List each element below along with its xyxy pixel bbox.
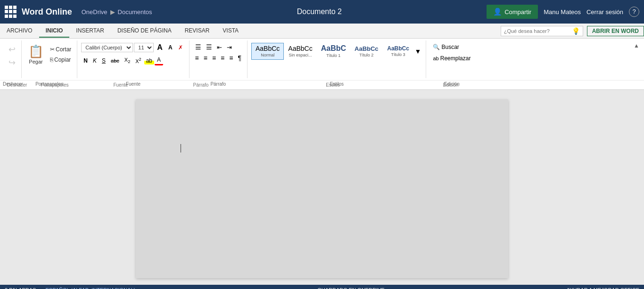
styles-expand-button[interactable]: ▼ (414, 47, 422, 56)
italic-button[interactable]: K (91, 56, 99, 65)
replace-button[interactable]: ab Reemplazar (430, 54, 473, 63)
style-h1-text: AaBbC (321, 45, 346, 52)
open-word-button[interactable]: ABRIR EN WORD (587, 26, 644, 36)
replace-label: Reemplazar (440, 55, 471, 62)
breadcrumb: OneDrive ▶ Documentos (82, 8, 152, 16)
topbar: Word Online OneDrive ▶ Documentos Docume… (0, 0, 644, 24)
menu-revisar[interactable]: REVISAR (178, 24, 216, 38)
replace-icon: ab (433, 56, 438, 61)
justify-button[interactable]: ≡ (219, 53, 226, 63)
share-button[interactable]: 👤 Compartir (487, 5, 538, 19)
menu-insertar[interactable]: INSERTAR (69, 24, 111, 38)
find-label: Buscar (441, 44, 459, 50)
clear-format-button[interactable]: ✗ (176, 43, 185, 52)
style-h1-label: Título 1 (326, 53, 340, 58)
help-button[interactable]: ? (629, 7, 639, 17)
decrease-indent-button[interactable]: ⇤ (215, 43, 224, 52)
styles-group-label: Estilos (248, 81, 426, 87)
font-color-button[interactable]: A (155, 56, 163, 65)
lightbulb-icon: 💡 (572, 27, 580, 35)
redo-button[interactable]: ↪ (6, 56, 18, 69)
font-shrink-button[interactable]: A (166, 43, 175, 52)
superscript-button[interactable]: X2 (133, 56, 143, 65)
menu-archivo[interactable]: ARCHIVO (0, 24, 39, 38)
style-normal-label: Normal (261, 53, 274, 57)
undo-button[interactable]: ↩ (6, 43, 18, 56)
breadcrumb-separator: ▶ (110, 8, 115, 16)
style-h3[interactable]: AaBbCc Título 3 (383, 43, 414, 59)
breadcrumb-folder[interactable]: Documentos (118, 8, 152, 16)
document-title: Documento 2 (152, 8, 487, 16)
document-area[interactable] (0, 90, 644, 285)
font-size-select[interactable]: 11 (134, 43, 154, 52)
subscript-button[interactable]: X2 (122, 56, 132, 65)
ribbon: ↩ ↪ Deshacer 📋 Pegar ✂ Cortar ⎘ (0, 39, 644, 90)
search-input[interactable] (504, 28, 570, 34)
cut-button[interactable]: ✂ Cortar (48, 45, 73, 54)
align-center-button[interactable]: ≡ (202, 53, 209, 63)
word-count: 0 PALABRAS (5, 287, 36, 289)
show-formatting-button[interactable]: ¶ (236, 53, 243, 63)
style-h2-label: Título 2 (359, 53, 373, 57)
style-h2[interactable]: AaBbCc Título 2 (350, 43, 383, 60)
copy-button[interactable]: ⎘ Copiar (48, 55, 73, 64)
menubar: ARCHIVO INICIO INSERTAR DISEÑO DE PÁGINA… (0, 24, 644, 39)
share-label: Compartir (504, 8, 531, 16)
clipboard-group: 📋 Pegar ✂ Cortar ⎘ Copiar Portapapeles (22, 40, 77, 78)
person-icon: 👤 (493, 8, 502, 16)
scissors-icon: ✂ (50, 46, 55, 53)
underline-button[interactable]: S (99, 56, 108, 65)
breadcrumb-root[interactable]: OneDrive (82, 8, 107, 16)
paragraph-group: ☰ ☰ ⇤ ⇥ ≡ ≡ ≡ ≡ ≡ ¶ Párrafo (190, 40, 248, 78)
menu-inicio[interactable]: INICIO (39, 24, 70, 38)
text-cursor (181, 144, 181, 153)
line-spacing-button[interactable]: ≡ (227, 53, 235, 63)
style-h3-label: Título 3 (391, 52, 405, 57)
clipboard-group-label: Portapapeles (22, 81, 77, 87)
paste-button[interactable]: 📋 Pegar (25, 42, 46, 66)
undo-group: ↩ ↪ Deshacer (3, 40, 22, 78)
editing-group: 🔍 Buscar ab Reemplazar Edición (426, 40, 477, 78)
app-title: Word Online (22, 7, 72, 17)
strikethrough-button[interactable]: abc (108, 57, 122, 64)
editing-group-label: Edición (426, 81, 477, 87)
style-normal[interactable]: AaBbCc Normal (251, 43, 284, 60)
topbar-right: 👤 Compartir Manu Mateos Cerrar sesión ? (487, 5, 639, 19)
font-grow-button[interactable]: A (155, 42, 165, 53)
paste-icon: 📋 (28, 44, 43, 59)
search-box[interactable]: 💡 (501, 26, 583, 36)
align-right-button[interactable]: ≡ (210, 53, 218, 63)
highlight-button[interactable]: ab (144, 57, 154, 64)
style-nospace[interactable]: AaBbCc Sin espaci... (284, 43, 316, 60)
style-normal-text: AaBbCc (256, 45, 280, 52)
save-status: GUARDADO EN ONEDRIVE (135, 287, 566, 289)
style-h1[interactable]: AaBbC Título 1 (317, 42, 350, 60)
improve-office-label[interactable]: AYUDAR A MEJORAR OFFICE (567, 287, 639, 289)
undo-redo-container: ↩ ↪ (6, 43, 18, 69)
signout-button[interactable]: Cerrar sesión (586, 8, 623, 16)
increase-indent-button[interactable]: ⇥ (225, 43, 234, 52)
search-icon: 🔍 (433, 44, 440, 50)
find-button[interactable]: 🔍 Buscar (430, 42, 473, 52)
style-nospace-text: AaBbCc (288, 45, 312, 52)
paste-label: Pegar (29, 59, 42, 64)
statusbar: 0 PALABRAS ESPAÑOL (ALFAB. INTERNACIONAL… (0, 285, 644, 289)
language-label[interactable]: ESPAÑOL (ALFAB. INTERNACIONAL) (45, 287, 135, 289)
bold-button[interactable]: N (81, 56, 90, 65)
menu-diseno[interactable]: DISEÑO DE PÁGINA (111, 24, 178, 38)
font-group-label: Fuente (77, 81, 189, 87)
font-family-select[interactable]: Calibri (Cuerpo) (81, 43, 133, 52)
document-page[interactable] (136, 99, 508, 278)
ribbon-collapse-button[interactable]: ▲ (634, 42, 639, 49)
paragraph-group-label: Párrafo (190, 81, 247, 87)
waffle-menu[interactable] (5, 6, 17, 18)
ribbon-content: ↩ ↪ Deshacer 📋 Pegar ✂ Cortar ⎘ (0, 39, 644, 80)
styles-container: AaBbCc Normal AaBbCc Sin espaci... AaBbC… (251, 42, 422, 60)
numbering-button[interactable]: ☰ (204, 42, 214, 52)
style-h2-text: AaBbCc (355, 46, 379, 52)
copy-label: Copiar (54, 56, 71, 63)
user-name: Manu Mateos (544, 8, 581, 16)
bullets-button[interactable]: ☰ (193, 42, 203, 52)
align-left-button[interactable]: ≡ (193, 53, 201, 63)
menu-vista[interactable]: VISTA (216, 24, 245, 38)
